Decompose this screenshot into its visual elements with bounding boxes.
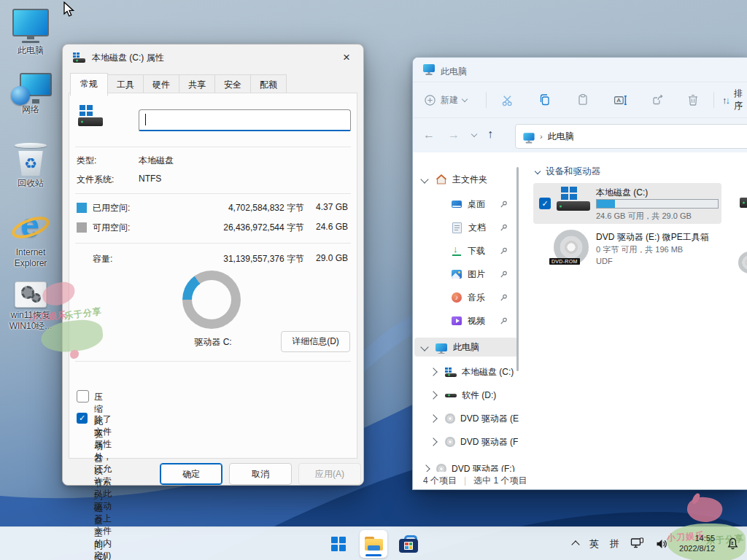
- free-space-swatch: [77, 222, 87, 233]
- desktop-icon-internet-explorer[interactable]: e Internet Explorer: [4, 209, 57, 269]
- disk-properties-dialog: 本地磁盘 (C:) 属性 × 常规 工具 硬件 共享 安全 配额 类型: 本地磁…: [62, 44, 364, 486]
- drive-c-icon: [445, 368, 457, 377]
- sidebar-scrollbar[interactable]: [516, 167, 519, 371]
- cut-button[interactable]: [495, 88, 521, 112]
- sidebar-item-label: 图片: [468, 268, 485, 281]
- sidebar-item-music[interactable]: ♪ 音乐: [413, 288, 521, 307]
- pin-icon: [500, 201, 508, 209]
- sidebar-item-local-disk-c[interactable]: 本地磁盘 (C:): [413, 362, 521, 381]
- chevron-down-icon: [462, 96, 468, 101]
- ime-pinyin-indicator[interactable]: 拼: [610, 537, 619, 551]
- this-pc-icon: [423, 64, 435, 72]
- used-space-swatch: [77, 203, 87, 213]
- paste-button[interactable]: [570, 88, 596, 112]
- dvd-rom-badge: DVD-ROM: [549, 258, 580, 265]
- trash-icon: [686, 93, 700, 106]
- folder-icon: [365, 537, 383, 551]
- breadcrumb[interactable]: 此电脑: [548, 131, 574, 143]
- downloads-icon: ↓: [452, 246, 462, 256]
- cancel-button[interactable]: 取消: [229, 463, 292, 485]
- volume-label-input[interactable]: [139, 109, 351, 131]
- sidebar-item-desktop[interactable]: 桌面: [413, 195, 521, 214]
- rename-icon: A: [614, 93, 627, 107]
- sort-button[interactable]: ↑ ↓ 排序: [722, 88, 747, 112]
- section-devices-and-drives[interactable]: 设备和驱动器: [535, 166, 600, 178]
- sidebar-item-pictures[interactable]: 图片: [413, 265, 521, 284]
- drive-c-usage-fill: [597, 200, 615, 208]
- desktop-icon-this-pc[interactable]: 此电脑: [4, 9, 57, 56]
- sidebar-item-documents[interactable]: 文档: [413, 218, 521, 237]
- address-bar[interactable]: › 此电脑: [515, 124, 747, 149]
- date-text: 2022/8/12: [679, 544, 715, 554]
- dvd-icon: DVD-ROM: [554, 230, 589, 265]
- ime-language-indicator[interactable]: 英: [589, 537, 599, 551]
- nav-back-button[interactable]: ←: [423, 129, 435, 141]
- notification-bell-icon[interactable]: z: [726, 537, 740, 551]
- type-row: 类型: 本地磁盘: [77, 155, 351, 168]
- dvd-e-tile[interactable]: DVD-ROM DVD 驱动器 (E:) 微PE工具箱 0 字节 可用，共 19…: [533, 228, 721, 271]
- drive-c-usage-bar: [596, 199, 719, 209]
- ok-button[interactable]: 确定: [160, 463, 222, 485]
- taskbar-clock[interactable]: 14:55 2022/8/12: [679, 534, 715, 554]
- capacity-row: 容量: 31,139,557,376 字节 29.0 GB: [77, 253, 351, 266]
- nav-up-button[interactable]: ↑: [487, 128, 493, 140]
- sidebar-item-drive-d[interactable]: 软件 (D:): [413, 386, 521, 405]
- selection-checkbox[interactable]: ✓: [539, 198, 551, 209]
- drive-c-tile[interactable]: ✓ 本地磁盘 (C:) 24.6 GB 可用，共 29.0 GB: [533, 183, 721, 224]
- sort-button-label: 排序: [734, 88, 747, 112]
- nav-forward-button[interactable]: →: [448, 129, 460, 141]
- network-icon[interactable]: [630, 537, 644, 550]
- start-button[interactable]: [325, 530, 352, 558]
- hidden-icons-chevron-icon[interactable]: [571, 540, 579, 548]
- bell-z-glyph: z: [731, 540, 734, 545]
- tab-general[interactable]: 常规: [70, 73, 108, 96]
- copy-button[interactable]: [532, 88, 558, 112]
- share-button[interactable]: [645, 88, 671, 112]
- drive-info: 24.6 GB 可用，共 29.0 GB: [596, 211, 692, 222]
- apply-button[interactable]: 应用(A): [298, 463, 361, 485]
- explorer-tab-title[interactable]: 此电脑: [441, 66, 467, 78]
- file-explorer-taskbar-button[interactable]: [360, 530, 387, 558]
- delete-button[interactable]: [680, 88, 706, 112]
- desktop-icon-win11-restore[interactable]: win11恢复 WIN10经...: [4, 281, 57, 332]
- type-value: 本地磁盘: [139, 155, 174, 167]
- svg-text:A: A: [616, 97, 621, 104]
- used-space-row: 已用空间: 4,702,584,832 字节 4.37 GB: [77, 202, 351, 215]
- active-app-indicator: [365, 554, 382, 556]
- desktop-icon-network[interactable]: 网络: [4, 73, 57, 115]
- sidebar-item-home[interactable]: 主文件夹: [413, 170, 521, 189]
- sidebar-item-downloads[interactable]: ↓ 下载: [413, 241, 521, 260]
- drive-d-icon: [445, 394, 457, 397]
- sort-down-icon: ↓: [726, 95, 731, 106]
- sidebar-item-this-pc[interactable]: 此电脑: [414, 338, 518, 357]
- pin-icon: [500, 224, 508, 232]
- windows-logo-icon: [331, 537, 346, 551]
- network-globe-icon: [11, 86, 30, 105]
- nav-history-chevron-icon[interactable]: [471, 131, 477, 137]
- chevron-collapsed-icon: [429, 391, 437, 399]
- gears-icon: [15, 281, 47, 308]
- explorer-status-bar: 4 个项目 | 选中 1 个项目: [413, 472, 747, 489]
- volume-icon[interactable]: [655, 537, 668, 551]
- capacity-bytes: 31,139,557,376 字节: [223, 253, 304, 265]
- new-button[interactable]: 新建: [424, 88, 467, 112]
- sidebar-item-label: 文档: [468, 222, 486, 234]
- index-checkbox-label: 除了文件属性外，还允许索引此驱动器上文件的内容(I): [94, 413, 112, 560]
- dialog-title: 本地磁盘 (C:) 属性: [92, 52, 164, 64]
- dialog-title-bar: 本地磁盘 (C:) 属性: [63, 44, 363, 71]
- desktop-icon-recycle-bin[interactable]: ♻ 回收站: [4, 143, 57, 189]
- sidebar-item-videos[interactable]: 视频: [413, 311, 521, 330]
- rename-button[interactable]: A: [607, 88, 633, 112]
- close-button[interactable]: ×: [330, 44, 363, 71]
- used-space-bytes: 4,702,584,832 字节: [228, 202, 304, 214]
- microsoft-store-button[interactable]: [395, 530, 422, 558]
- filesystem-value: NTFS: [139, 174, 161, 184]
- details-button[interactable]: 详细信息(D): [281, 331, 350, 352]
- this-pc-icon: [436, 343, 447, 351]
- music-icon: ♪: [452, 292, 462, 303]
- sidebar-item-dvd-f[interactable]: DVD 驱动器 (F: [413, 432, 521, 451]
- index-checkbox[interactable]: ✓: [77, 413, 88, 424]
- sidebar-item-dvd-e[interactable]: DVD 驱动器 (E: [413, 409, 521, 428]
- compress-checkbox[interactable]: [77, 390, 89, 402]
- store-icon: [399, 535, 418, 553]
